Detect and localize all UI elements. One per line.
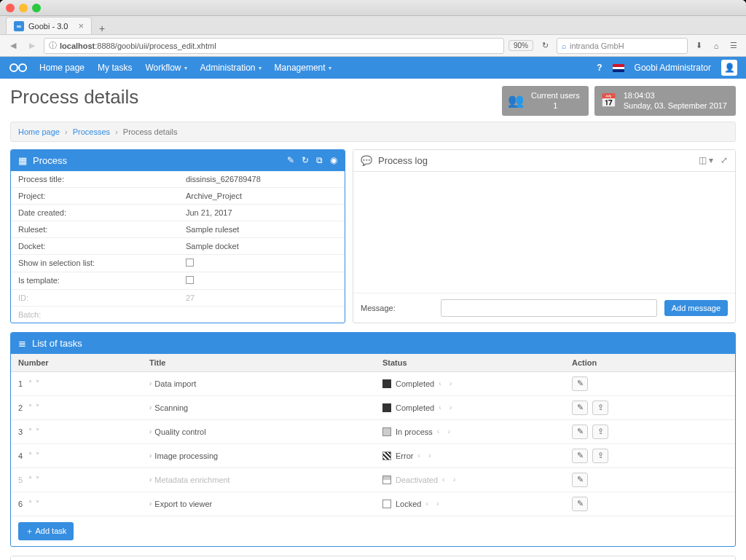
col-header-title[interactable]: Title: [142, 354, 375, 372]
col-header-number[interactable]: Number: [11, 354, 142, 372]
process-kv-row: Show in selection list:: [11, 255, 345, 272]
process-kv-row: Date created:Jun 21, 2017: [11, 205, 345, 221]
task-number: 1: [18, 379, 23, 388]
task-row: 5 ˄ ˅› Metadata enrichmentDeactivated ‹ …: [11, 468, 735, 492]
breadcrumb-current: Process details: [123, 127, 178, 136]
process-panel: ▦ Process ✎ ↻ ⧉ ◉ Process title:dissinsi…: [10, 149, 345, 323]
task-status: Deactivated: [396, 476, 438, 484]
add-message-button[interactable]: Add message: [664, 300, 728, 316]
tasks-panel: ≣ List of tasks Number Title Status Acti…: [10, 332, 736, 547]
window-maximize-icon[interactable]: [32, 4, 41, 12]
reorder-arrows-icon[interactable]: ˄ ˅: [28, 500, 40, 508]
status-nav-arrows[interactable]: ‹ ›: [437, 427, 452, 435]
message-input[interactable]: [441, 299, 657, 317]
kv-value: [178, 307, 345, 323]
checkbox[interactable]: [186, 276, 194, 284]
menu-icon[interactable]: ☰: [727, 41, 740, 50]
status-nav-arrows[interactable]: ‹ ›: [442, 476, 457, 484]
browser-tab[interactable]: ∞ Goobi - 3.0 ×: [6, 17, 92, 34]
nav-workflow[interactable]: Workflow▾: [145, 63, 186, 73]
edit-task-button[interactable]: ✎: [572, 401, 588, 415]
address-bar[interactable]: ⓘ localhost:8888/goobi/uii/process_edit.…: [44, 38, 504, 54]
kv-value: Sample docket: [178, 238, 345, 254]
upload-task-button[interactable]: ⇪: [592, 425, 608, 439]
kv-key: Project:: [11, 188, 178, 204]
task-row: 2 ˄ ˅› ScanningCompleted ‹ ›✎⇪: [11, 395, 735, 419]
edit-icon[interactable]: ✎: [287, 155, 294, 165]
status-nav-arrows[interactable]: ‹ ›: [425, 500, 440, 508]
expand-icon[interactable]: ⤢: [721, 155, 728, 165]
reorder-arrows-icon[interactable]: ˄ ˅: [28, 403, 40, 411]
nav-back-icon[interactable]: ◀: [6, 41, 20, 50]
language-flag-icon[interactable]: [613, 64, 624, 72]
task-status: Locked: [396, 500, 421, 508]
add-task-button[interactable]: ＋ Add task: [18, 522, 74, 540]
downloads-icon[interactable]: ⬇: [692, 41, 705, 50]
status-nav-arrows[interactable]: ‹ ›: [417, 451, 432, 460]
reload-icon[interactable]: ↻: [538, 41, 552, 50]
status-nav-arrows[interactable]: ‹ ›: [439, 403, 453, 411]
tasks-panel-header: ≣ List of tasks: [11, 333, 735, 354]
process-kv-row: Batch:: [11, 307, 345, 323]
window-minimize-icon[interactable]: [19, 4, 28, 12]
chevron-right-icon[interactable]: ›: [149, 379, 152, 387]
zoom-badge[interactable]: 90%: [509, 40, 533, 51]
edit-task-button[interactable]: ✎: [572, 473, 588, 487]
checkbox[interactable]: [186, 259, 194, 267]
app-logo-icon[interactable]: [9, 60, 29, 75]
reorder-arrows-icon[interactable]: ˄ ˅: [28, 451, 40, 460]
copy-icon[interactable]: ⧉: [316, 155, 323, 165]
task-title: Scanning: [154, 403, 188, 412]
kv-key: Date created:: [11, 205, 178, 221]
edit-task-button[interactable]: ✎: [572, 449, 588, 463]
nav-management[interactable]: Management▾: [275, 63, 331, 73]
nav-administration[interactable]: Administration▾: [200, 63, 262, 73]
search-placeholder: intranda GmbH: [570, 42, 624, 50]
current-user-name[interactable]: Goobi Administrator: [635, 63, 711, 73]
breadcrumb-item[interactable]: Home page: [18, 127, 60, 136]
chevron-right-icon[interactable]: ›: [149, 451, 152, 460]
site-info-icon[interactable]: ⓘ: [49, 40, 57, 51]
window-close-icon[interactable]: [6, 4, 15, 12]
help-icon[interactable]: ?: [597, 63, 602, 73]
reorder-arrows-icon[interactable]: ˄ ˅: [28, 379, 40, 387]
task-status: Error: [396, 451, 413, 460]
task-status: Completed: [396, 403, 434, 412]
upload-task-button[interactable]: ⇪: [592, 401, 608, 415]
chevron-down-icon: ▾: [259, 65, 262, 71]
status-indicator-icon: [382, 500, 391, 508]
chevron-right-icon[interactable]: ›: [149, 500, 152, 508]
new-tab-button[interactable]: +: [92, 23, 112, 34]
task-number: 2: [18, 403, 23, 412]
process-kv-row: Project:Archive_Project: [11, 188, 345, 205]
edit-task-button[interactable]: ✎: [572, 497, 588, 511]
reorder-arrows-icon[interactable]: ˄ ˅: [28, 427, 40, 435]
url-path: :8888/goobi/uii/process_edit.xhtml: [95, 42, 216, 50]
col-header-action[interactable]: Action: [565, 354, 735, 372]
columns-icon[interactable]: ◫ ▾: [699, 155, 713, 165]
kv-key: Ruleset:: [11, 221, 178, 237]
refresh-icon[interactable]: ↻: [302, 155, 309, 165]
globe-icon[interactable]: ◉: [330, 155, 337, 165]
chevron-right-icon[interactable]: ›: [149, 427, 152, 435]
nav-forward-icon[interactable]: ▶: [25, 41, 39, 50]
nav-home[interactable]: Home page: [39, 63, 85, 73]
tab-close-icon[interactable]: ×: [78, 20, 84, 31]
home-icon[interactable]: ⌂: [710, 42, 723, 50]
edit-task-button[interactable]: ✎: [572, 425, 588, 439]
log-message-list: [353, 172, 735, 293]
breadcrumb-item[interactable]: Processes: [73, 127, 110, 136]
chevron-down-icon: ▾: [184, 65, 187, 71]
edit-task-button[interactable]: ✎: [572, 376, 588, 391]
user-avatar-icon[interactable]: 👤: [721, 60, 737, 76]
nav-mytasks[interactable]: My tasks: [98, 63, 132, 73]
browser-search[interactable]: ⌕ intranda GmbH: [557, 38, 688, 54]
col-header-status[interactable]: Status: [375, 354, 565, 372]
upload-task-button[interactable]: ⇪: [592, 449, 608, 463]
chevron-right-icon[interactable]: ›: [149, 403, 152, 411]
reorder-arrows-icon[interactable]: ˄ ˅: [28, 476, 40, 484]
chevron-right-icon[interactable]: ›: [149, 476, 152, 484]
status-nav-arrows[interactable]: ‹ ›: [439, 379, 453, 387]
task-number: 4: [18, 451, 23, 460]
datetime-widget: 📅 18:04:03 Sunday, 03. September 2017: [594, 86, 736, 116]
